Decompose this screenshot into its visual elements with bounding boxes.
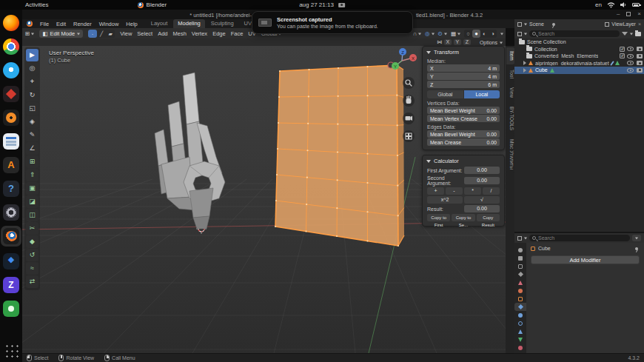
hand-mesh-object[interactable] bbox=[155, 73, 225, 229]
mirror-x-toggle[interactable]: X bbox=[444, 39, 452, 45]
expand-icon[interactable] bbox=[523, 68, 526, 73]
close-button[interactable]: × bbox=[637, 10, 641, 17]
copy-to-first-button[interactable]: Copy to First bbox=[427, 214, 450, 221]
proportional-edit-icon[interactable]: ◎ bbox=[425, 30, 435, 37]
tweak-tool-icon[interactable]: ▶ bbox=[26, 49, 38, 61]
menu-edge[interactable]: Edge bbox=[212, 30, 226, 37]
snap-magnet-icon[interactable]: ∩ bbox=[413, 30, 421, 37]
rotate-tool-icon[interactable]: ↻ bbox=[26, 89, 38, 101]
pan-button[interactable] bbox=[403, 95, 415, 107]
mode-selector[interactable]: ◧Edit Mode bbox=[39, 30, 83, 38]
mean-vertex-crease-field[interactable]: Mean Vertex Crease0.00 bbox=[427, 115, 500, 122]
calculator-panel-header[interactable]: Calculator bbox=[423, 157, 504, 165]
mirror-y-toggle[interactable]: Y bbox=[454, 39, 461, 45]
shading-popover-caret[interactable] bbox=[500, 33, 503, 36]
extrude-tool-icon[interactable]: ⇑ bbox=[26, 169, 38, 181]
dock-icon-help[interactable] bbox=[3, 181, 19, 197]
render-camera-icon[interactable] bbox=[637, 61, 643, 65]
menu-help[interactable]: Help bbox=[126, 21, 137, 27]
navigation-gizmo[interactable]: Z Y X bbox=[388, 48, 417, 70]
camera-view-button[interactable] bbox=[403, 113, 415, 124]
tab-view-layer[interactable] bbox=[514, 270, 526, 278]
exclude-checkbox[interactable] bbox=[620, 53, 625, 58]
bevel-tool-icon[interactable]: ◪ bbox=[26, 195, 38, 208]
sidebar-tab-tool[interactable]: Tool bbox=[506, 66, 514, 82]
median-x-field[interactable]: X4 m bbox=[427, 64, 500, 72]
expand-icon[interactable] bbox=[523, 61, 526, 65]
tab-constraints[interactable] bbox=[514, 327, 526, 335]
display-mode-icon[interactable] bbox=[517, 32, 522, 36]
tab-scene[interactable] bbox=[514, 278, 526, 286]
tab-render[interactable] bbox=[514, 254, 526, 262]
breadcrumb-object-name[interactable]: Cube bbox=[538, 246, 551, 251]
hide-eye-icon[interactable] bbox=[627, 54, 634, 58]
dock-icon-text-editor[interactable] bbox=[3, 277, 19, 293]
activities-button[interactable]: Activities bbox=[25, 1, 49, 8]
dock-icon-blender[interactable] bbox=[3, 228, 19, 244]
exclude-checkbox[interactable] bbox=[620, 47, 625, 52]
inset-faces-tool-icon[interactable]: ▣ bbox=[26, 182, 38, 195]
focused-app-menu[interactable]: Blender bbox=[138, 1, 167, 8]
add-cube-tool-icon[interactable]: ⊞ bbox=[26, 155, 38, 168]
sqrt-button[interactable]: √ bbox=[464, 196, 500, 204]
maximize-button[interactable] bbox=[626, 12, 631, 16]
keyboard-layout-indicator[interactable]: en bbox=[595, 1, 602, 8]
multiply-button[interactable]: * bbox=[464, 187, 481, 195]
editor-type-button[interactable]: ⊞ bbox=[25, 30, 34, 37]
copy-result-button[interactable]: Copy Result bbox=[477, 214, 500, 221]
dock-icon-music-app[interactable] bbox=[3, 110, 19, 126]
menu-edit[interactable]: Edit bbox=[56, 21, 66, 27]
wireframe-shading-icon[interactable]: ○ bbox=[464, 30, 472, 38]
dock-icon-chrome[interactable] bbox=[3, 38, 19, 55]
tab-world[interactable] bbox=[514, 286, 526, 295]
render-camera-icon[interactable] bbox=[637, 68, 643, 73]
spin-tool-icon[interactable]: ↺ bbox=[26, 249, 38, 261]
ortho-toggle-button[interactable] bbox=[403, 130, 415, 142]
scale-tool-icon[interactable]: ◱ bbox=[26, 102, 38, 115]
mean-bevel-weight-field[interactable]: Mean Bevel Weight0.00 bbox=[427, 107, 500, 114]
dock-icon-appimage[interactable] bbox=[3, 157, 19, 173]
dock-icon-dropbox[interactable] bbox=[3, 253, 19, 269]
dock-icon-documents[interactable] bbox=[3, 133, 19, 150]
menu-select[interactable]: Select bbox=[137, 30, 152, 37]
dock-icon-media-player[interactable] bbox=[3, 86, 19, 102]
menu-face[interactable]: Face bbox=[231, 30, 244, 37]
add-button[interactable]: + bbox=[427, 187, 444, 195]
workspace-tab-layout[interactable]: Layout bbox=[147, 19, 172, 28]
clock[interactable]: aug 27 21:13 bbox=[299, 1, 345, 8]
gizmo-toggle-icon[interactable]: ⊙ bbox=[438, 30, 447, 37]
vertex-select-icon[interactable]: ∙ bbox=[88, 30, 97, 38]
rendered-shading-icon[interactable]: ◑ bbox=[489, 30, 497, 38]
workspace-tab-sculpting[interactable]: Sculpting bbox=[207, 19, 238, 28]
tab-modifiers[interactable] bbox=[514, 303, 526, 311]
outliner-row-statuette[interactable]: aiprintgen_dekorativnaia-statuet bbox=[514, 60, 644, 67]
tab-tool[interactable] bbox=[514, 246, 526, 254]
show-apps-button[interactable] bbox=[4, 343, 19, 358]
edge-select-icon[interactable]: ╱ bbox=[97, 30, 106, 38]
new-collection-icon[interactable] bbox=[635, 32, 641, 36]
menu-vertex[interactable]: Vertex bbox=[192, 30, 207, 37]
knife-tool-icon[interactable]: ✂ bbox=[26, 222, 38, 235]
dock-icon-remote-app[interactable] bbox=[3, 301, 19, 317]
first-argument-field[interactable]: 0.00 bbox=[464, 167, 500, 174]
dock-icon-firefox[interactable] bbox=[3, 15, 19, 31]
hide-eye-icon[interactable] bbox=[627, 68, 634, 73]
pin-icon[interactable] bbox=[552, 23, 555, 26]
hide-eye-icon[interactable] bbox=[627, 47, 634, 51]
properties-editor-icon[interactable] bbox=[517, 236, 522, 241]
outliner-row-cube[interactable]: Cube bbox=[514, 67, 644, 74]
divide-button[interactable]: / bbox=[483, 187, 500, 195]
tab-object-data[interactable] bbox=[514, 335, 526, 343]
smooth-tool-icon[interactable]: ≈ bbox=[26, 262, 38, 275]
loop-cut-tool-icon[interactable]: ◫ bbox=[26, 209, 38, 221]
poly-build-tool-icon[interactable]: ◆ bbox=[26, 235, 38, 248]
options-dropdown[interactable]: Options bbox=[480, 40, 497, 45]
median-y-field[interactable]: Y4 m bbox=[427, 73, 500, 80]
move-tool-icon[interactable]: + bbox=[26, 76, 38, 88]
outliner-row-scene-collection[interactable]: Scene Collection bbox=[514, 38, 644, 46]
tab-particles[interactable] bbox=[514, 311, 526, 319]
menu-add[interactable]: Add bbox=[158, 30, 167, 37]
sidebar-tab-misc[interactable]: Misc Утилиты bbox=[506, 135, 514, 173]
dock-icon-settings[interactable] bbox=[3, 204, 19, 221]
render-camera-icon[interactable] bbox=[637, 47, 643, 51]
